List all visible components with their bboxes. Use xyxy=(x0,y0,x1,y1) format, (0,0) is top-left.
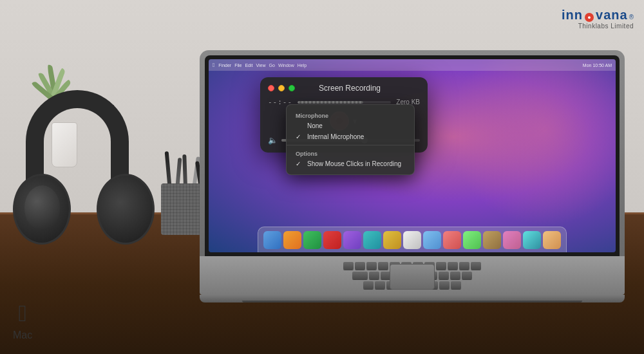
dock-icon-5[interactable] xyxy=(343,231,361,249)
menubar-items: Finder File Edit View Go Window Help xyxy=(218,63,307,68)
innovana-registered: ® xyxy=(629,14,634,21)
dock-icon-10[interactable] xyxy=(443,231,461,249)
menubar-go[interactable]: Go xyxy=(269,63,275,68)
key[interactable] xyxy=(471,262,481,270)
dock-icon-1[interactable] xyxy=(263,231,281,249)
key[interactable] xyxy=(448,262,458,270)
key-cmd-r[interactable] xyxy=(451,281,461,289)
macbook:  Finder File Edit View Go Window Help M… xyxy=(200,50,625,303)
key[interactable] xyxy=(343,262,354,270)
microphone-none-option[interactable]: None xyxy=(287,120,414,131)
show-mouse-clicks-label: Show Mouse Clicks in Recording xyxy=(307,160,401,167)
show-mouse-clicks-option[interactable]: Show Mouse Clicks in Recording xyxy=(287,158,414,169)
volume-icon: 🔈 xyxy=(268,136,278,145)
dropdown-divider xyxy=(287,145,414,145)
traffic-light-minimize[interactable] xyxy=(278,85,285,91)
innovana-logo: inn ● vana ® Thinklabs Limited xyxy=(562,8,634,30)
dock-icon-13[interactable] xyxy=(503,231,521,249)
macbook-screen-outer:  Finder File Edit View Go Window Help M… xyxy=(200,50,625,256)
menubar-right: Mon 10:50 AM xyxy=(583,63,612,68)
key-cmd-l[interactable] xyxy=(363,281,374,289)
progress-bar-fill xyxy=(298,101,363,104)
microphone-dropdown: Microphone None Internal Microphone Opti… xyxy=(286,104,415,175)
microphone-section-label: Microphone xyxy=(287,110,414,120)
menubar-apple-icon[interactable]:  xyxy=(213,62,214,68)
apple-mac-label: Mac xyxy=(13,330,32,341)
key-wide[interactable] xyxy=(352,272,368,279)
key[interactable] xyxy=(378,262,388,270)
key[interactable] xyxy=(355,262,365,270)
key[interactable] xyxy=(450,272,460,279)
menubar-help[interactable]: Help xyxy=(298,63,307,68)
dock-icon-9[interactable] xyxy=(423,231,441,249)
dock-icon-8[interactable] xyxy=(403,231,421,249)
dock-icon-3[interactable] xyxy=(303,231,321,249)
menubar-window[interactable]: Window xyxy=(278,63,294,68)
dock-icon-7[interactable] xyxy=(383,231,401,249)
dock-icon-4[interactable] xyxy=(323,231,341,249)
traffic-light-close[interactable] xyxy=(268,85,274,91)
apple-logo-section:  Mac xyxy=(13,300,32,341)
key-option-r[interactable] xyxy=(439,281,450,289)
headphones xyxy=(13,90,155,257)
options-section-label: Options xyxy=(287,148,414,158)
menubar-finder[interactable]: Finder xyxy=(218,63,231,68)
macbook-screen:  Finder File Edit View Go Window Help M… xyxy=(209,59,616,252)
innovana-text-part1: inn xyxy=(562,8,583,23)
innovana-subtitle: Thinklabs Limited xyxy=(578,23,634,30)
dialog-titlebar: Screen Recording xyxy=(260,77,428,98)
traffic-light-maximize[interactable] xyxy=(289,85,295,91)
key[interactable] xyxy=(459,262,469,270)
headphone-arc xyxy=(26,90,129,180)
innovana-dot: ● xyxy=(585,13,594,22)
dialog-title: Screen Recording xyxy=(319,84,400,93)
headphone-left-ear xyxy=(13,174,71,245)
menubar-file[interactable]: File xyxy=(234,63,242,68)
dock-icon-15[interactable] xyxy=(543,231,561,249)
key[interactable] xyxy=(369,272,379,279)
menubar-edit[interactable]: Edit xyxy=(245,63,252,68)
menubar:  Finder File Edit View Go Window Help M… xyxy=(209,59,616,71)
innovana-text-part2: vana xyxy=(596,8,628,23)
key[interactable] xyxy=(462,272,472,279)
dock-icon-6[interactable] xyxy=(363,231,381,249)
progress-bar xyxy=(298,101,391,104)
key[interactable] xyxy=(439,272,449,279)
dock xyxy=(258,227,567,252)
dock-icon-12[interactable] xyxy=(483,231,501,249)
key[interactable] xyxy=(436,262,446,270)
headphone-right-ear xyxy=(97,174,155,245)
internal-microphone-label: Internal Microphone xyxy=(307,133,364,140)
macbook-base xyxy=(200,295,625,303)
macbook-screen-bezel:  Finder File Edit View Go Window Help M… xyxy=(205,55,620,256)
screen-bg-highlight xyxy=(448,59,616,227)
key-option-l[interactable] xyxy=(375,281,385,289)
macbook-trackpad[interactable] xyxy=(390,264,435,290)
dock-icon-11[interactable] xyxy=(463,231,481,249)
macbook-keyboard xyxy=(200,256,625,295)
dock-icon-2[interactable] xyxy=(283,231,301,249)
key[interactable] xyxy=(366,262,377,270)
menubar-clock: Mon 10:50 AM xyxy=(583,63,612,68)
dock-icon-14[interactable] xyxy=(523,231,541,249)
none-label: None xyxy=(307,122,323,129)
apple-logo-icon:  xyxy=(19,300,27,327)
microphone-internal-option[interactable]: Internal Microphone xyxy=(287,131,414,142)
menubar-view[interactable]: View xyxy=(256,63,265,68)
